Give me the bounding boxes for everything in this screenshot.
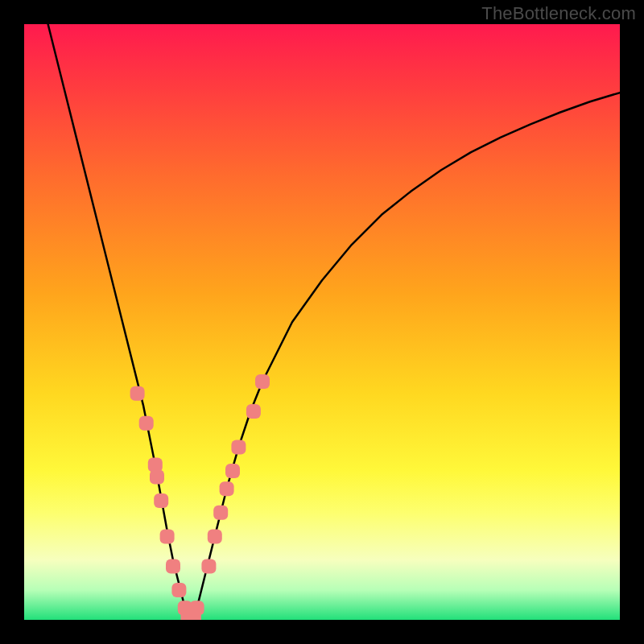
bottleneck-curve (48, 24, 620, 620)
chart-svg (24, 24, 620, 620)
marker-point (201, 559, 216, 573)
marker-point (208, 529, 222, 543)
marker-point (171, 583, 186, 597)
marker-point (213, 506, 228, 520)
marker-point (130, 386, 145, 401)
marker-point (231, 440, 246, 454)
marker-point (187, 609, 201, 620)
outer-frame: TheBottleneck.com (0, 0, 644, 644)
marker-point (246, 404, 261, 419)
watermark-text: TheBottleneck.com (481, 3, 636, 24)
marker-point (150, 469, 164, 484)
marker-point (160, 529, 175, 543)
chart-plot-area (24, 24, 620, 620)
marker-point (154, 493, 168, 508)
marker-point (166, 559, 180, 573)
marker-point (255, 374, 270, 389)
marker-point (220, 481, 234, 496)
marker-point (139, 416, 154, 431)
marker-point (225, 464, 240, 478)
